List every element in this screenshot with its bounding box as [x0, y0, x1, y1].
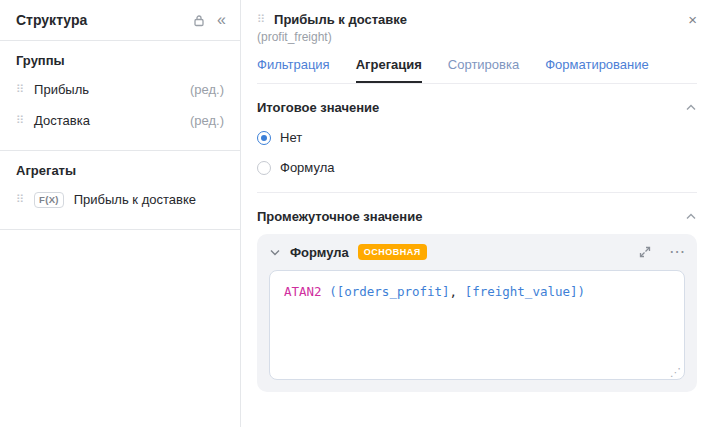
resize-grip-icon[interactable]: ⋰: [670, 367, 681, 378]
formula-editor[interactable]: ATAN2 ([orders_profit], [freight_value])…: [269, 270, 685, 380]
settings-tabs: Фильтрация Агрегация Сортировка Форматир…: [257, 57, 697, 84]
panel-header: ⠿ Прибыль к доставке ×: [257, 12, 697, 27]
drag-handle-icon[interactable]: ⠿: [16, 194, 24, 205]
formula-card-title: Формула: [290, 245, 349, 260]
total-option-formula[interactable]: Формула: [257, 160, 697, 175]
edit-link[interactable]: (ред.): [190, 82, 224, 97]
group-item-dostavka[interactable]: ⠿ Доставка (ред.): [16, 105, 224, 136]
radio-label: Нет: [280, 130, 302, 145]
group-item-label: Доставка: [34, 113, 90, 128]
structure-title: Структура: [16, 12, 87, 28]
formula-text: ATAN2 ([orders_profit], [freight_value]): [284, 284, 670, 299]
drag-handle-icon[interactable]: ⠿: [16, 84, 24, 95]
section-divider: [0, 229, 240, 230]
radio-selected-icon[interactable]: [257, 131, 271, 145]
formula-paren-token: ): [578, 284, 586, 299]
panel-drag-icon[interactable]: ⠿: [257, 14, 265, 25]
close-icon[interactable]: ×: [688, 12, 697, 27]
structure-panel-header: Структура «: [0, 0, 240, 41]
panel-title: Прибыль к доставке: [274, 12, 407, 27]
formula-card: Формула ОСНОВНАЯ ⋯ ATAN2 ([orders_profit…: [257, 234, 697, 392]
aggregates-section-title: Агрегаты: [16, 163, 224, 178]
tab-sorting[interactable]: Сортировка: [448, 57, 519, 83]
intermediate-value-section-header: Промежуточное значение: [257, 209, 697, 224]
formula-paren-token: (: [322, 284, 337, 299]
intermediate-value-title: Промежуточное значение: [257, 209, 422, 224]
drag-handle-icon[interactable]: ⠿: [16, 115, 24, 126]
edit-link[interactable]: (ред.): [190, 113, 224, 128]
structure-panel: Структура « Группы ⠿ Прибыль (ред.) ⠿ До…: [0, 0, 241, 427]
field-id-subtitle: (profit_freight): [257, 30, 697, 44]
expand-icon[interactable]: [639, 246, 651, 258]
aggregate-item[interactable]: ⠿ F(X) Прибыль к доставке: [16, 184, 224, 215]
formula-fx-badge: F(X): [34, 192, 64, 208]
tab-formatting[interactable]: Форматирование: [545, 57, 649, 83]
chevron-up-icon[interactable]: [685, 102, 697, 114]
group-item-pribyl[interactable]: ⠿ Прибыль (ред.): [16, 74, 224, 105]
formula-comma-token: ,: [450, 284, 458, 299]
total-value-title: Итоговое значение: [257, 100, 379, 115]
formula-function-token: ATAN2: [284, 284, 322, 299]
formula-field-token: [orders_profit]: [337, 284, 450, 299]
total-option-none[interactable]: Нет: [257, 130, 697, 145]
aggregates-section: Агрегаты ⠿ F(X) Прибыль к доставке: [0, 151, 240, 229]
radio-unselected-icon[interactable]: [257, 161, 271, 175]
groups-section: Группы ⠿ Прибыль (ред.) ⠿ Доставка (ред.…: [0, 41, 240, 150]
group-item-label: Прибыль: [34, 82, 89, 97]
formula-field-token: [freight_value]: [457, 284, 577, 299]
formula-card-header: Формула ОСНОВНАЯ ⋯: [269, 244, 685, 260]
chevron-up-icon[interactable]: [685, 211, 697, 223]
groups-section-title: Группы: [16, 53, 224, 68]
section-divider: [257, 192, 697, 193]
tab-filtration[interactable]: Фильтрация: [257, 57, 330, 83]
chevron-down-icon[interactable]: [269, 246, 281, 258]
total-value-section-header: Итоговое значение: [257, 100, 697, 115]
aggregate-item-label: Прибыль к доставке: [74, 192, 196, 207]
primary-badge: ОСНОВНАЯ: [358, 244, 427, 260]
lock-icon[interactable]: [193, 14, 205, 27]
more-options-icon[interactable]: ⋯: [669, 244, 685, 260]
collapse-panel-icon[interactable]: «: [217, 12, 226, 28]
app-window: Структура « Группы ⠿ Прибыль (ред.) ⠿ До…: [0, 0, 713, 427]
radio-label: Формула: [280, 160, 334, 175]
field-settings-panel: ⠿ Прибыль к доставке × (profit_freight) …: [241, 0, 713, 427]
tab-aggregation[interactable]: Агрегация: [356, 57, 422, 83]
